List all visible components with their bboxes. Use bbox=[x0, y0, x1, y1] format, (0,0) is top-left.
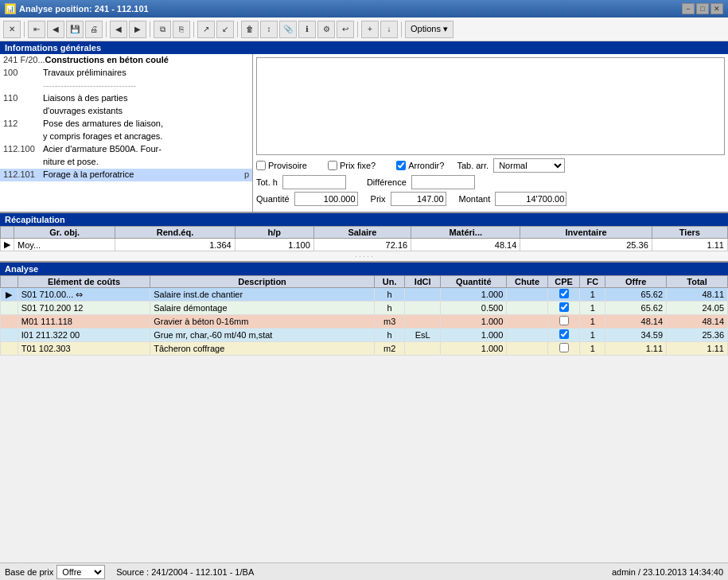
row-total: 1.11 bbox=[667, 342, 728, 356]
row-un: h bbox=[374, 329, 404, 342]
row-element: S01 710.00... ⇔ bbox=[18, 288, 150, 302]
row-fc: 1 bbox=[580, 288, 605, 302]
prix-fixe-checkbox[interactable] bbox=[328, 161, 337, 170]
row-cpe[interactable] bbox=[547, 342, 579, 356]
row-chute bbox=[507, 302, 547, 315]
row-cpe[interactable] bbox=[547, 302, 579, 315]
form-row-3: Quantité Prix Montant bbox=[256, 192, 725, 206]
base-prix-select[interactable]: Offre Budget Coût bbox=[56, 565, 105, 579]
down-button[interactable]: ↓ bbox=[380, 21, 398, 38]
row-arrow bbox=[1, 302, 18, 315]
plus-button[interactable]: + bbox=[361, 21, 379, 38]
quantite-input[interactable] bbox=[294, 192, 358, 206]
sep4 bbox=[193, 21, 194, 37]
arrondir-wrap[interactable]: Arrondir? bbox=[396, 161, 444, 170]
col-total: Total bbox=[667, 276, 728, 288]
tree-area[interactable]: 241 F/20... Constructions en béton coulé… bbox=[0, 54, 252, 212]
row-element: S01 710.200 12 bbox=[18, 302, 150, 315]
tree-item[interactable]: 100 Travaux préliminaires bbox=[0, 67, 252, 80]
import-button[interactable]: ↙ bbox=[216, 21, 234, 38]
tree-label: d'ouvrages existants bbox=[43, 106, 249, 115]
analyse-row[interactable]: I01 211.322 00 Grue mr, char,-60 mt/40 m… bbox=[1, 329, 728, 342]
quantite-label: Quantité bbox=[256, 194, 290, 204]
info-generales-header: Informations générales bbox=[0, 41, 728, 54]
row-fc: 1 bbox=[580, 302, 605, 315]
prix-fixe-wrap[interactable]: Prix fixe? bbox=[328, 161, 376, 170]
sep5 bbox=[237, 21, 238, 37]
tree-item[interactable]: 110 Liaisons à des parties bbox=[0, 92, 252, 105]
left-panel: 241 F/20... Constructions en béton coulé… bbox=[0, 54, 253, 212]
tree-item[interactable]: 241 F/20... Constructions en béton coulé bbox=[0, 54, 252, 67]
difference-label: Différence bbox=[367, 177, 407, 187]
copy2-button[interactable]: ⎘ bbox=[173, 21, 190, 38]
tree-item-selected[interactable]: 112.101 Forage à la perforatrice p bbox=[0, 169, 252, 181]
info-button[interactable]: ℹ bbox=[298, 21, 316, 38]
save-disk-button[interactable]: 💾 bbox=[66, 21, 84, 38]
row-offre: 65.62 bbox=[605, 288, 667, 302]
cpe-checkbox[interactable] bbox=[559, 316, 569, 325]
difference-input[interactable]: 0.00 bbox=[411, 175, 475, 189]
tree-item[interactable]: 112.100 Acier d'armature B500A. Four- bbox=[0, 143, 252, 156]
analyse-table: Elément de coûts Description Un. IdCl Qu… bbox=[0, 275, 728, 356]
tab-arr-label: Tab. arr. bbox=[457, 161, 489, 170]
analyse-row[interactable]: S01 710.200 12 Salaire démontage h 0.500… bbox=[1, 302, 728, 315]
nav-back-button[interactable]: ◀ bbox=[110, 21, 127, 38]
row-cpe[interactable] bbox=[547, 329, 579, 342]
nav-fwd-button[interactable]: ▶ bbox=[129, 21, 146, 38]
arrondir-checkbox[interactable] bbox=[396, 161, 406, 170]
col-description: Description bbox=[150, 276, 375, 288]
tot-h-input[interactable]: 110.000 bbox=[282, 175, 346, 189]
tree-code: 100 bbox=[3, 68, 43, 77]
attach-button[interactable]: 📎 bbox=[279, 21, 297, 38]
prev-button[interactable]: ◀ bbox=[47, 21, 64, 38]
export-button[interactable]: ↗ bbox=[197, 21, 215, 38]
cpe-checkbox[interactable] bbox=[559, 302, 569, 312]
tree-item[interactable]: niture et pose. bbox=[0, 156, 252, 169]
analyse-table-wrap[interactable]: Elément de coûts Description Un. IdCl Qu… bbox=[0, 275, 728, 562]
delete-button[interactable]: 🗑 bbox=[241, 21, 259, 38]
tree-label: -------------------------------- bbox=[43, 80, 249, 90]
close-button[interactable]: ✕ bbox=[710, 3, 723, 14]
montant-label: Montant bbox=[459, 194, 491, 204]
recap-row[interactable]: ▶ Moy... 1.364 1.100 72.16 48.14 25.36 1… bbox=[1, 239, 728, 251]
top-section: 241 F/20... Constructions en béton coulé… bbox=[0, 54, 728, 213]
tree-item[interactable]: d'ouvrages existants bbox=[0, 105, 252, 118]
tree-item[interactable]: y compris forages et ancrages. bbox=[0, 130, 252, 143]
montant-input[interactable] bbox=[495, 192, 566, 206]
cpe-checkbox[interactable] bbox=[559, 329, 569, 339]
tree-label: Constructions en béton coulé bbox=[45, 55, 249, 64]
provisoire-checkbox[interactable] bbox=[256, 161, 266, 170]
first-button[interactable]: ⇤ bbox=[28, 21, 45, 38]
row-fc: 1 bbox=[580, 342, 605, 356]
prix-input[interactable] bbox=[391, 192, 446, 206]
options-button[interactable]: Options ▾ bbox=[405, 21, 454, 38]
cpe-checkbox[interactable] bbox=[559, 289, 569, 298]
row-cpe[interactable] bbox=[547, 315, 579, 329]
row-un: m3 bbox=[374, 315, 404, 329]
settings-button[interactable]: ⚙ bbox=[317, 21, 335, 38]
sort-button[interactable]: ↕ bbox=[260, 21, 278, 38]
form-row-2: Tot. h 110.000 Différence 0.00 bbox=[256, 175, 725, 189]
maximize-button[interactable]: □ bbox=[696, 3, 709, 14]
tab-arr-select[interactable]: Normal Arrondi Précis bbox=[493, 158, 565, 173]
cpe-checkbox[interactable] bbox=[559, 343, 569, 352]
description-textarea[interactable] bbox=[256, 57, 725, 155]
col-un: Un. bbox=[374, 276, 404, 288]
undo-button[interactable]: ↩ bbox=[337, 21, 354, 38]
tree-item[interactable]: 112 Pose des armatures de liaison, bbox=[0, 118, 252, 130]
provisoire-wrap[interactable]: Provisoire bbox=[256, 161, 307, 170]
row-chute bbox=[507, 342, 547, 356]
analyse-row[interactable]: T01 102.303 Tâcheron coffrage m2 1.000 1… bbox=[1, 342, 728, 356]
close-toolbar-button[interactable]: ✕ bbox=[3, 21, 21, 38]
minimize-button[interactable]: − bbox=[682, 3, 695, 14]
form-row-1: Provisoire Prix fixe? Arrondir? Tab. arr… bbox=[256, 158, 725, 173]
sep3 bbox=[150, 21, 150, 37]
dotted-sep: · · · · · bbox=[0, 251, 728, 261]
row-cpe[interactable] bbox=[547, 288, 579, 302]
title-bar: 📊 Analyse position: 241 - 112.101 − □ ✕ bbox=[0, 0, 728, 18]
analyse-row[interactable]: ▶ S01 710.00... ⇔ Salaire inst.de chanti… bbox=[1, 288, 728, 302]
copy-button[interactable]: ⧉ bbox=[154, 21, 171, 38]
analyse-row[interactable]: M01 111.118 Gravier à béton 0-16mm m3 1.… bbox=[1, 315, 728, 329]
print-button[interactable]: 🖨 bbox=[85, 21, 103, 38]
tree-label: Forage à la perforatrice bbox=[43, 169, 241, 179]
